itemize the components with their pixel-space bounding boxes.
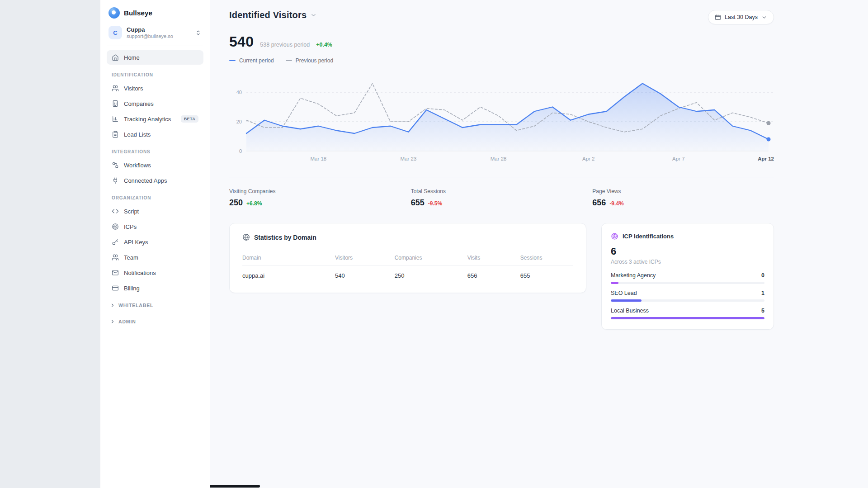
card-title: ICP Identifications (623, 233, 674, 240)
summary-previous: 538 previous period (260, 42, 310, 48)
chevron-down-icon (310, 12, 317, 19)
credit-card-icon (112, 284, 119, 292)
sidebar-item-team[interactable]: Team (107, 250, 203, 265)
sidebar-group-whitelabel[interactable]: WHITELABEL (107, 298, 203, 312)
table-cell: 540 (335, 266, 395, 282)
sidebar-item-connected-apps[interactable]: Connected Apps (107, 173, 203, 188)
mail-icon (112, 269, 119, 276)
stat-total-sessions: Total Sessions 655 -9.5% (411, 188, 593, 208)
sidebar-section-identification: IDENTIFICATION (107, 65, 203, 81)
bullseye-logo-icon (108, 7, 120, 19)
sidebar-item-label: Billing (124, 285, 198, 292)
page-title: Identified Visitors (229, 10, 307, 20)
clipboard-list-icon (112, 131, 119, 138)
beta-badge: BETA (181, 115, 198, 123)
brand[interactable]: Bullseye (107, 5, 203, 23)
icp-item-value: 5 (761, 308, 764, 314)
icp-list: Marketing Agency0SEO Lead1Local Business… (611, 272, 764, 319)
column-header-visits: Visits (467, 252, 520, 266)
chevrons-up-down-icon (195, 29, 202, 36)
key-icon (112, 238, 119, 246)
user-email: support@bullseye.so (127, 33, 190, 39)
icp-progress-track (611, 282, 764, 284)
icp-item: Local Business5 (611, 308, 764, 319)
sidebar-item-label: Notifications (124, 270, 198, 276)
column-header-sessions: Sessions (520, 252, 573, 266)
sidebar-item-label: Script (124, 208, 198, 215)
icp-progress-track (611, 299, 764, 302)
table-cell: 656 (467, 266, 520, 282)
stat-change: +6.8% (246, 200, 262, 207)
icp-total: 6 (611, 246, 764, 257)
stat-change: -9.4% (609, 200, 623, 207)
svg-text:Mar 28: Mar 28 (491, 156, 507, 161)
legend-swatch-current (229, 60, 236, 61)
code-icon (112, 208, 119, 215)
icp-progress-fill (611, 317, 764, 319)
summary-value: 540 (229, 33, 254, 50)
table-row[interactable]: cuppa.ai540250656655 (242, 266, 573, 282)
sidebar-item-api-keys[interactable]: API Keys (107, 235, 203, 249)
icp-item-label: SEO Lead (611, 290, 637, 296)
sidebar-item-icps[interactable]: ICPs (107, 219, 203, 234)
card-title: Statistics by Domain (254, 234, 316, 241)
sidebar-item-tracking-analytics[interactable]: Tracking Analytics BETA (107, 112, 203, 126)
icp-item-label: Marketing Agency (611, 272, 656, 279)
chevron-down-icon (761, 14, 767, 20)
page-title-dropdown[interactable]: Identified Visitors (229, 10, 317, 20)
sidebar-item-workflows[interactable]: Workflows (107, 158, 203, 172)
svg-text:40: 40 (236, 90, 242, 95)
column-header-domain: Domain (242, 252, 335, 266)
stat-value: 656 (592, 198, 606, 208)
legend-swatch-previous (286, 60, 292, 61)
sidebar-item-label: ICPs (124, 223, 198, 230)
sidebar-item-script[interactable]: Script (107, 204, 203, 218)
stat-value: 655 (411, 198, 425, 208)
users-icon (112, 85, 119, 92)
sidebar-item-notifications[interactable]: Notifications (107, 265, 203, 280)
sidebar-item-label: Team (124, 254, 198, 261)
current-period-end-dot (767, 137, 771, 142)
avatar: C (108, 26, 122, 39)
stats-row: Visiting Companies 250 +6.8% Total Sessi… (229, 177, 774, 223)
building-icon (112, 100, 119, 107)
sidebar-item-visitors[interactable]: Visitors (107, 81, 203, 95)
icp-progress-fill (611, 299, 642, 302)
svg-text:Apr 2: Apr 2 (582, 156, 595, 161)
sidebar-item-billing[interactable]: Billing (107, 281, 203, 295)
icp-progress-track (611, 317, 764, 319)
previous-period-end-dot (767, 121, 771, 125)
bar-chart-icon (112, 115, 119, 123)
visitors-chart-svg: 02040Mar 18Mar 23Mar 28Apr 2Apr 7Apr 12 (229, 72, 774, 163)
sidebar-item-lead-lists[interactable]: Lead Lists (107, 127, 203, 142)
sidebar-item-label: Companies (124, 100, 198, 107)
current-period-area (246, 84, 769, 152)
chart-legend: Current period Previous period (229, 57, 774, 64)
visitors-chart[interactable]: 02040Mar 18Mar 23Mar 28Apr 2Apr 7Apr 12 (229, 72, 774, 165)
stat-value: 250 (229, 198, 243, 208)
table-cell: cuppa.ai (242, 266, 335, 282)
workflow-icon (112, 161, 119, 169)
legend-current-period: Current period (229, 57, 274, 64)
sidebar-group-label: WHITELABEL (118, 303, 153, 308)
workspace-switcher[interactable]: C Cuppa support@bullseye.so (107, 23, 203, 46)
page-left-gutter (0, 0, 100, 488)
stat-page-views: Page Views 656 -9.4% (592, 188, 774, 208)
target-icon (112, 223, 119, 230)
date-range-button[interactable]: Last 30 Days (708, 10, 774, 24)
icp-identifications-card: ICP Identifications 6 Across 3 active IC… (601, 223, 774, 330)
legend-previous-period: Previous period (286, 57, 333, 64)
svg-text:Mar 18: Mar 18 (310, 156, 326, 161)
sidebar-section-integrations: INTEGRATIONS (107, 142, 203, 157)
column-header-companies: Companies (395, 252, 467, 266)
horizontal-scrollbar-thumb[interactable] (210, 485, 260, 488)
sidebar-item-home[interactable]: Home (107, 50, 203, 65)
sidebar-group-admin[interactable]: ADMIN (107, 315, 203, 328)
sidebar-item-label: Lead Lists (124, 131, 198, 138)
svg-text:Apr 12: Apr 12 (758, 156, 774, 161)
sidebar-group-label: ADMIN (118, 319, 136, 324)
globe-icon (242, 233, 250, 241)
sidebar-item-companies[interactable]: Companies (107, 96, 203, 111)
column-header-visitors: Visitors (335, 252, 395, 266)
icp-progress-fill (611, 282, 618, 284)
